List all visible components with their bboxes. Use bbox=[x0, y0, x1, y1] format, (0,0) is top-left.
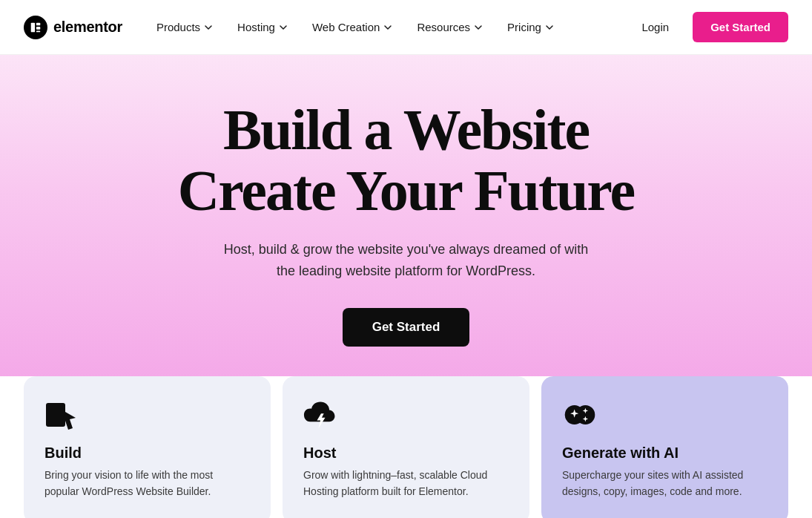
svg-rect-2 bbox=[36, 27, 40, 30]
nav-right: Login Get Started bbox=[630, 12, 788, 42]
nav-item-hosting[interactable]: Hosting bbox=[227, 15, 299, 39]
cloud-icon bbox=[303, 397, 339, 433]
svg-rect-3 bbox=[36, 30, 40, 32]
svg-rect-0 bbox=[31, 22, 35, 32]
chevron-down-icon bbox=[544, 22, 555, 33]
get-started-button-hero[interactable]: Get Started bbox=[343, 308, 470, 347]
chevron-down-icon bbox=[278, 22, 288, 33]
card-ai: Generate with AI Supercharge your sites … bbox=[541, 376, 788, 518]
elementor-icon bbox=[29, 21, 42, 34]
hero-section: Build a Website Create Your Future Host,… bbox=[0, 55, 812, 384]
ai-icon bbox=[562, 397, 598, 433]
nav-item-pricing[interactable]: Pricing bbox=[497, 15, 565, 39]
card-host: Host Grow with lightning–fast, scalable … bbox=[283, 376, 529, 518]
nav-item-web-creation[interactable]: Web Creation bbox=[302, 15, 403, 39]
nav-item-products[interactable]: Products bbox=[146, 15, 224, 39]
chevron-down-icon bbox=[383, 22, 393, 33]
brand-name: elementor bbox=[53, 19, 122, 36]
hero-title: Build a Website Create Your Future bbox=[178, 99, 634, 221]
get-started-button-nav[interactable]: Get Started bbox=[693, 12, 788, 42]
card-build-title: Build bbox=[44, 445, 250, 462]
hero-subtitle: Host, build & grow the website you've al… bbox=[214, 239, 599, 282]
nav-item-resources[interactable]: Resources bbox=[406, 15, 494, 39]
chevron-down-icon bbox=[473, 22, 483, 33]
logo[interactable]: elementor bbox=[24, 16, 122, 39]
logo-icon bbox=[24, 16, 47, 39]
svg-rect-1 bbox=[36, 22, 40, 25]
chevron-down-icon bbox=[203, 22, 214, 33]
card-host-desc: Grow with lightning–fast, scalable Cloud… bbox=[303, 468, 509, 499]
login-button[interactable]: Login bbox=[630, 15, 681, 39]
build-icon bbox=[44, 397, 80, 433]
card-ai-desc: Supercharge your sites with AI assisted … bbox=[562, 468, 768, 499]
cards-section: Build Bring your vision to life with the… bbox=[0, 376, 812, 518]
nav-links: Products Hosting Web Creation bbox=[146, 15, 630, 39]
card-build: Build Bring your vision to life with the… bbox=[24, 376, 271, 518]
card-ai-title: Generate with AI bbox=[562, 445, 768, 462]
navbar: elementor Products Hosting Web Creation bbox=[0, 0, 812, 55]
card-host-title: Host bbox=[303, 445, 509, 462]
card-build-desc: Bring your vision to life with the most … bbox=[44, 468, 250, 499]
